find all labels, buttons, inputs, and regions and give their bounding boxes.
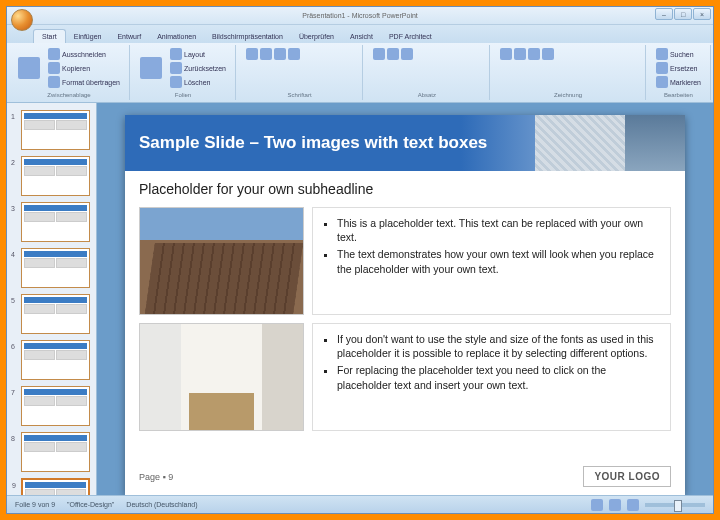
tab-view[interactable]: Ansicht	[342, 30, 381, 43]
image-placeholder-1[interactable]	[139, 207, 304, 315]
image-placeholder-2[interactable]	[139, 323, 304, 431]
bullet-text: For replacing the placeholder text you n…	[337, 363, 660, 391]
underline-icon	[288, 48, 300, 60]
paragraph-controls[interactable]	[370, 47, 416, 61]
numbering-icon	[387, 48, 399, 60]
workspace: Sample Slide – Two images with text boxe…	[7, 103, 713, 495]
select-button[interactable]: Markieren	[653, 75, 704, 89]
subheadline[interactable]: Placeholder for your own subheadline	[125, 171, 685, 203]
tab-pdf[interactable]: PDF Architect	[381, 30, 440, 43]
minimize-button[interactable]: –	[655, 8, 673, 20]
cut-button[interactable]: Ausschneiden	[45, 47, 123, 61]
slide-thumbnail[interactable]	[21, 156, 90, 196]
shape-icon	[500, 48, 512, 60]
shape-icon	[514, 48, 526, 60]
slide-thumbnail[interactable]	[21, 386, 90, 426]
replace-button[interactable]: Ersetzen	[653, 61, 704, 75]
tab-slideshow[interactable]: Bildschirmpräsentation	[204, 30, 291, 43]
slide-thumbnail[interactable]	[21, 202, 90, 242]
page-number: Page ▪ 9	[139, 472, 173, 482]
ribbon-group-clipboard: Ausschneiden Kopieren Format übertragen …	[9, 45, 130, 100]
slideshow-view-icon[interactable]	[627, 499, 639, 511]
slide-footer: Page ▪ 9 YOUR LOGO	[139, 466, 671, 487]
layout-icon	[170, 48, 182, 60]
slide-header[interactable]: Sample Slide – Two images with text boxe…	[125, 115, 685, 171]
bullet-text: If you don't want to use the style and s…	[337, 332, 660, 360]
office-button[interactable]	[11, 9, 33, 31]
slide-thumbnail[interactable]	[21, 432, 90, 472]
font-controls[interactable]	[243, 47, 303, 61]
group-label: Absatz	[370, 92, 483, 98]
ribbon-group-font: Schriftart	[237, 45, 363, 100]
ribbon-tabs: Start Einfügen Entwurf Animationen Bilds…	[7, 25, 713, 43]
tab-review[interactable]: Überprüfen	[291, 30, 342, 43]
bullet-text: The text demonstrates how your own text …	[337, 247, 660, 275]
status-slide-count: Folie 9 von 9	[15, 501, 55, 508]
bold-icon	[260, 48, 272, 60]
content-row-2: If you don't want to use the style and s…	[125, 319, 685, 435]
bullet-text: This is a placeholder text. This text ca…	[337, 216, 660, 244]
slide-thumbnail[interactable]	[21, 340, 90, 380]
slide-title: Sample Slide – Two images with text boxe…	[139, 133, 487, 153]
find-button[interactable]: Suchen	[653, 47, 704, 61]
search-icon	[656, 48, 668, 60]
slide-thumbnail[interactable]	[21, 110, 90, 150]
slide-thumbnail[interactable]	[21, 248, 90, 288]
italic-icon	[274, 48, 286, 60]
tab-start[interactable]: Start	[33, 29, 66, 43]
format-painter-button[interactable]: Format übertragen	[45, 75, 123, 89]
reset-button[interactable]: Zurücksetzen	[167, 61, 229, 75]
slide-thumbnail-panel	[7, 103, 97, 495]
new-slide-button[interactable]	[137, 56, 165, 80]
shape-icon	[542, 48, 554, 60]
content-row-1: This is a placeholder text. This text ca…	[125, 203, 685, 319]
slide-thumbnail[interactable]	[21, 478, 90, 495]
group-label: Zwischenablage	[15, 92, 123, 98]
group-label: Folien	[137, 92, 229, 98]
brush-icon	[48, 76, 60, 88]
text-box-2[interactable]: If you don't want to use the style and s…	[312, 323, 671, 431]
shape-icon	[528, 48, 540, 60]
tab-insert[interactable]: Einfügen	[66, 30, 110, 43]
window-title: Präsentation1 - Microsoft PowerPoint	[302, 12, 418, 19]
slide-canvas[interactable]: Sample Slide – Two images with text boxe…	[97, 103, 713, 495]
paste-button[interactable]	[15, 56, 43, 80]
zoom-slider[interactable]	[645, 503, 705, 507]
layout-button[interactable]: Layout	[167, 47, 229, 61]
header-image	[535, 115, 685, 171]
copy-button[interactable]: Kopieren	[45, 61, 123, 75]
tab-design[interactable]: Entwurf	[109, 30, 149, 43]
replace-icon	[656, 62, 668, 74]
scissors-icon	[48, 48, 60, 60]
align-icon	[401, 48, 413, 60]
paste-icon	[18, 57, 40, 79]
maximize-button[interactable]: □	[674, 8, 692, 20]
app-window: Präsentation1 - Microsoft PowerPoint – □…	[6, 6, 714, 514]
ribbon: Ausschneiden Kopieren Format übertragen …	[7, 43, 713, 103]
ribbon-group-paragraph: Absatz	[364, 45, 490, 100]
sorter-view-icon[interactable]	[609, 499, 621, 511]
font-icon	[246, 48, 258, 60]
titlebar: Präsentation1 - Microsoft PowerPoint – □…	[7, 7, 713, 25]
text-box-1[interactable]: This is a placeholder text. This text ca…	[312, 207, 671, 315]
status-theme: "Office-Design"	[67, 501, 114, 508]
close-button[interactable]: ×	[693, 8, 711, 20]
copy-icon	[48, 62, 60, 74]
slide-thumbnail[interactable]	[21, 294, 90, 334]
group-label: Schriftart	[243, 92, 356, 98]
shapes-gallery[interactable]	[497, 47, 557, 61]
delete-icon	[170, 76, 182, 88]
reset-icon	[170, 62, 182, 74]
group-label: Bearbeiten	[653, 92, 704, 98]
tab-animations[interactable]: Animationen	[149, 30, 204, 43]
new-slide-icon	[140, 57, 162, 79]
normal-view-icon[interactable]	[591, 499, 603, 511]
bullets-icon	[373, 48, 385, 60]
ribbon-group-editing: Suchen Ersetzen Markieren Bearbeiten	[647, 45, 711, 100]
statusbar: Folie 9 von 9 "Office-Design" Deutsch (D…	[7, 495, 713, 513]
status-language: Deutsch (Deutschland)	[126, 501, 197, 508]
logo-placeholder[interactable]: YOUR LOGO	[583, 466, 671, 487]
slide[interactable]: Sample Slide – Two images with text boxe…	[125, 115, 685, 495]
select-icon	[656, 76, 668, 88]
delete-button[interactable]: Löschen	[167, 75, 229, 89]
